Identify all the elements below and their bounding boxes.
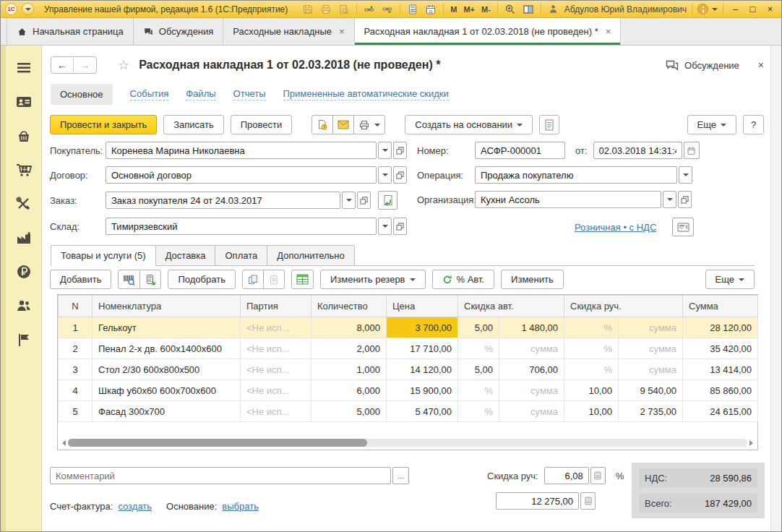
close-window-button[interactable]: × xyxy=(763,4,777,14)
sidebar-item-production-icon[interactable] xyxy=(15,230,33,246)
date-calendar-icon[interactable] xyxy=(684,142,700,159)
cell-auto-discount-sum[interactable]: 706,00 xyxy=(499,359,564,380)
memory-subtract-button[interactable]: M- xyxy=(480,5,492,14)
cell-manual-discount-pct[interactable]: % xyxy=(564,338,619,359)
navlink-auto-discounts[interactable]: Примененные автоматические скидки xyxy=(283,88,449,100)
memory-add-button[interactable]: M+ xyxy=(462,5,476,14)
create-based-on-button[interactable]: Создать на основании xyxy=(405,115,533,134)
price-settings-icon[interactable] xyxy=(672,218,694,236)
cell-manual-discount-sum[interactable]: сумма xyxy=(619,317,683,338)
col-header-qty[interactable]: Количество xyxy=(311,296,387,317)
cell-auto-discount-pct[interactable]: % xyxy=(458,380,499,401)
cell-item[interactable]: Стол 2/30 600х800х500 xyxy=(93,359,241,380)
order-field[interactable] xyxy=(106,192,340,209)
table-row[interactable]: 3Стол 2/30 600х800х500<Не исп...1,00014 … xyxy=(59,359,758,380)
table-row[interactable]: 2Пенал 2-х дв. 600х1400х600<Не исп...2,0… xyxy=(59,338,758,359)
zoom-icon[interactable] xyxy=(503,2,517,16)
tab-discussions[interactable]: Обсуждения xyxy=(134,18,224,45)
save-icon[interactable] xyxy=(301,2,315,16)
barcode-scanner-icon[interactable] xyxy=(118,270,140,289)
sidebar-item-money-icon[interactable] xyxy=(15,264,33,280)
go-to-order-button[interactable] xyxy=(378,191,398,210)
col-header-item[interactable]: Номенклатура xyxy=(93,296,241,317)
cell-price[interactable]: 3 700,00 xyxy=(387,317,458,338)
tab-home[interactable]: Начальная страница xyxy=(7,18,134,45)
cell-sum[interactable]: 35 420,00 xyxy=(683,338,758,359)
buyer-dropdown-button[interactable] xyxy=(378,142,392,159)
cell-item[interactable]: Шкаф у60х60 600х700х600 xyxy=(93,380,241,401)
close-tab-icon[interactable]: × xyxy=(606,26,611,37)
buyer-open-icon[interactable] xyxy=(393,142,407,159)
sidebar-item-purchases-icon[interactable] xyxy=(15,162,33,178)
paste-rows-icon[interactable] xyxy=(263,270,285,289)
buyer-field[interactable] xyxy=(106,142,377,159)
cell-number[interactable]: 1 xyxy=(59,317,93,338)
cell-batch[interactable]: <Не исп... xyxy=(241,317,311,338)
print-menu-button[interactable] xyxy=(353,115,385,134)
add-row-button[interactable]: Добавить xyxy=(50,270,111,289)
maximize-button[interactable]: □ xyxy=(746,4,760,14)
basis-select-link[interactable]: выбрать xyxy=(222,501,259,512)
menu-icon[interactable] xyxy=(15,60,33,76)
cell-manual-discount-sum[interactable]: сумма xyxy=(619,359,683,380)
print-icon[interactable] xyxy=(319,2,333,16)
warehouse-dropdown-button[interactable] xyxy=(378,218,392,235)
cell-item[interactable]: Гелькоут xyxy=(93,317,241,338)
calendar-icon[interactable]: 31 xyxy=(424,2,438,16)
back-button[interactable]: ← xyxy=(51,57,74,73)
send-email-button[interactable] xyxy=(332,115,354,134)
col-header-sum[interactable]: Сумма xyxy=(683,296,758,317)
chevron-down-icon[interactable] xyxy=(712,8,718,14)
cell-manual-discount-pct[interactable]: % xyxy=(564,317,619,338)
organization-field[interactable] xyxy=(475,191,661,208)
cell-sum[interactable]: 24 615,00 xyxy=(683,401,758,422)
operation-field[interactable] xyxy=(475,166,677,184)
post-button[interactable]: Провести xyxy=(231,115,293,134)
col-header-number[interactable]: N xyxy=(59,296,93,317)
tab-goods-services[interactable]: Товары и услуги (5) xyxy=(51,245,156,266)
invoice-create-link[interactable]: создать xyxy=(118,501,152,512)
close-form-icon[interactable]: × xyxy=(758,59,764,71)
cell-batch[interactable]: <Не исп... xyxy=(241,338,311,359)
scrollbar-thumb[interactable] xyxy=(68,439,367,447)
cell-qty[interactable]: 2,000 xyxy=(311,338,387,359)
calculator-icon[interactable] xyxy=(580,492,596,510)
cell-sum[interactable]: 85 860,00 xyxy=(683,380,758,401)
operation-dropdown-button[interactable] xyxy=(679,166,692,184)
pick-items-button[interactable]: Подобрать xyxy=(168,270,235,289)
cell-item[interactable]: Пенал 2-х дв. 600х1400х600 xyxy=(93,338,241,359)
comment-expand-button[interactable]: ... xyxy=(392,467,409,484)
manual-discount-sum-input[interactable] xyxy=(496,492,579,510)
cell-price[interactable]: 17 710,00 xyxy=(387,338,458,359)
col-header-price[interactable]: Цена xyxy=(387,296,458,317)
cell-number[interactable]: 4 xyxy=(59,380,93,401)
reports-button[interactable] xyxy=(539,115,559,134)
cell-batch[interactable]: <Не исп... xyxy=(241,359,311,380)
sidebar-item-crm-icon[interactable] xyxy=(15,94,33,110)
cell-sum[interactable]: 28 120,00 xyxy=(683,317,758,338)
change-reserve-button[interactable]: Изменить резерв xyxy=(320,270,426,289)
split-window-icon[interactable] xyxy=(521,2,536,16)
main-menu-button[interactable] xyxy=(22,3,34,15)
vertical-scrollbar[interactable] xyxy=(770,46,781,531)
cell-qty[interactable]: 6,000 xyxy=(311,380,387,401)
sidebar-item-works-icon[interactable] xyxy=(15,196,33,212)
calculator-icon[interactable] xyxy=(590,467,606,484)
go-link-icon[interactable] xyxy=(380,2,395,16)
cell-auto-discount-sum[interactable]: сумма xyxy=(499,338,564,359)
print-preview-icon[interactable] xyxy=(337,2,351,16)
discussion-button[interactable]: Обсуждение xyxy=(666,60,739,71)
tab-additional[interactable]: Дополнительно xyxy=(267,245,355,265)
organization-open-icon[interactable] xyxy=(678,191,692,208)
manual-discount-pct-input[interactable] xyxy=(544,467,589,484)
cell-price[interactable]: 14 120,00 xyxy=(387,359,458,380)
info-icon[interactable] xyxy=(697,4,708,14)
cell-manual-discount-sum[interactable]: 9 540,00 xyxy=(619,380,683,401)
warehouse-open-icon[interactable] xyxy=(393,218,407,235)
warehouse-field[interactable] xyxy=(106,218,377,235)
cell-auto-discount-pct[interactable]: % xyxy=(458,401,499,422)
order-dropdown-button[interactable] xyxy=(342,192,356,209)
cell-price[interactable]: 5 470,00 xyxy=(387,401,458,422)
price-type-link[interactable]: Розничная • с НДС xyxy=(575,222,656,233)
horizontal-scrollbar[interactable] xyxy=(59,437,756,448)
